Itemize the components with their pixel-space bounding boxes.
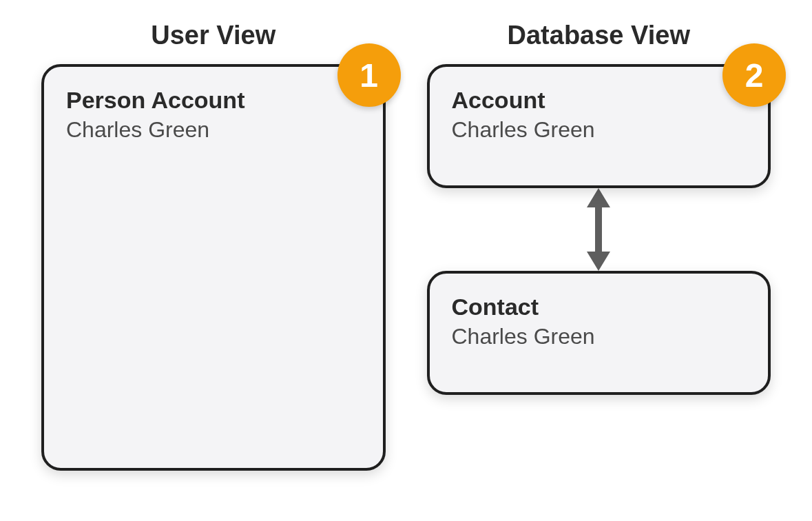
- badge-one: 1: [337, 43, 401, 107]
- svg-marker-0: [587, 188, 610, 271]
- user-view-column: User View 1 Person Account Charles Green: [41, 21, 386, 471]
- account-card-title: Account: [452, 86, 747, 114]
- contact-card: Contact Charles Green: [427, 271, 771, 395]
- contact-card-title: Contact: [452, 293, 747, 321]
- user-view-title: User View: [151, 21, 275, 50]
- database-view-column: Database View 2 Account Charles Green Co…: [427, 21, 771, 395]
- account-card-subtitle: Charles Green: [452, 116, 747, 145]
- database-view-title: Database View: [508, 21, 690, 50]
- bidirectional-arrow: [581, 188, 616, 271]
- contact-card-subtitle: Charles Green: [452, 323, 747, 351]
- badge-two: 2: [722, 43, 786, 107]
- person-account-card-title: Person Account: [66, 86, 361, 114]
- person-account-card-subtitle: Charles Green: [66, 116, 361, 145]
- account-card: 2 Account Charles Green: [427, 64, 771, 188]
- diagram-container: User View 1 Person Account Charles Green…: [0, 0, 812, 491]
- double-arrow-icon: [581, 188, 616, 271]
- person-account-card: 1 Person Account Charles Green: [41, 64, 386, 471]
